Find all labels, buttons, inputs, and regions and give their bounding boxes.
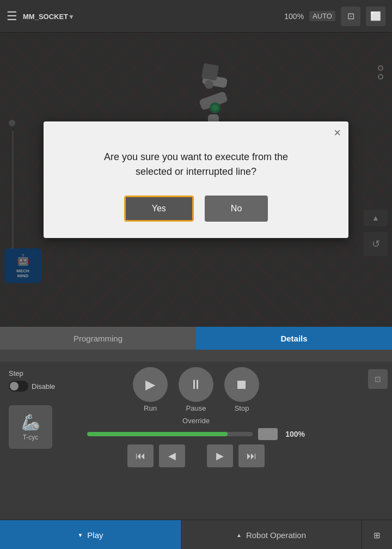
step-section: Step Disable [9,369,55,392]
run-label: Run [144,404,157,412]
tcyc-label: T-cyc [23,434,39,441]
tab-details[interactable]: Details [196,327,392,350]
override-slider-thumb[interactable] [258,428,278,440]
footer-tabs: ▼ Play ▲ Robot Operation ⊞ [0,520,392,549]
panel-toggle-button[interactable]: ⊡ [368,369,388,389]
pause-label: Pause [186,404,206,412]
override-percent: 100% [283,430,305,438]
nav-first-button[interactable]: ⏮ [127,444,154,467]
robot-operation-label: Robot Operation [246,530,306,540]
override-section: Override 100% [87,417,305,440]
dialog-overlay: × Are you sure you want to execute from … [0,33,392,327]
menu-icon[interactable]: ☰ [7,9,17,23]
override-slider-row: 100% [87,428,305,440]
stop-button[interactable]: ⏹ Stop [224,367,259,412]
play-label: Play [87,530,103,540]
dialog-buttons: Yes No [65,196,327,222]
disable-label: Disable [32,382,55,391]
dialog-body: Are you sure you want to execute from th… [44,139,348,238]
stop-label: Stop [235,404,249,412]
viewport: ▲ ↺ 🤖 MECH MIND × Are you sure you want … [0,33,392,327]
stop-circle: ⏹ [224,367,259,402]
auto-badge: AUTO [309,11,335,21]
pause-button[interactable]: ⏸ Pause [179,367,213,412]
toggle-thumb [10,382,19,391]
dialog-message: Are you sure you want to execute from th… [65,150,327,179]
header-controls: 100% AUTO ⊡ ⬜ [284,7,385,26]
no-button[interactable]: No [205,196,268,222]
disable-toggle-row: Disable [9,381,55,392]
play-triangle-icon: ▼ [77,532,83,538]
override-label: Override [182,417,210,425]
dialog-header: × [44,121,348,139]
center-controls: ▶ Run ⏸ Pause ⏹ Stop Override 100% [87,367,305,467]
run-circle: ▶ [133,367,168,402]
tab-programming[interactable]: Programming [0,327,196,350]
nav-prev-button[interactable]: ◀ [159,444,185,467]
nav-next-button[interactable]: ▶ [207,444,233,467]
run-button[interactable]: ▶ Run [133,367,168,412]
disable-toggle[interactable] [9,381,28,392]
tabs-bar: Programming Details [0,327,392,350]
yes-button[interactable]: Yes [124,196,194,222]
tcyc-button[interactable]: 🦾 T-cyc [9,405,52,449]
toolbar-icon-2[interactable]: ⬜ [366,7,385,26]
footer-tab-robot-operation[interactable]: ▲ Robot Operation [181,520,362,549]
toolbar-icon-1[interactable]: ⊡ [341,7,360,26]
pause-circle: ⏸ [179,367,213,402]
robot-triangle-icon: ▲ [236,532,242,538]
override-slider-track[interactable] [87,432,253,436]
nav-arrows: ⏮ ◀ ▶ ⏭ [127,444,265,467]
play-controls: ▶ Run ⏸ Pause ⏹ Stop [133,367,259,412]
nav-last-button[interactable]: ⏭ [238,444,265,467]
tcyc-arm-icon: 🦾 [21,413,40,431]
header: ☰ MM_SOCKET▼ 100% AUTO ⊡ ⬜ [0,0,392,33]
dialog-close-button[interactable]: × [334,127,341,139]
footer-tab-layout[interactable]: ⊞ [362,520,392,549]
zoom-level: 100% [284,12,304,21]
separator-bar [0,350,392,362]
override-slider-fill [87,432,228,436]
step-label: Step [9,369,23,377]
header-title: MM_SOCKET▼ [23,11,279,21]
layout-icon: ⊞ [373,530,381,540]
control-panel: Step Disable 🦾 T-cyc ▶ Run ⏸ Pause ⏹ St [0,362,392,520]
footer-tab-play[interactable]: ▼ Play [0,520,181,549]
dialog: × Are you sure you want to execute from … [44,121,348,238]
